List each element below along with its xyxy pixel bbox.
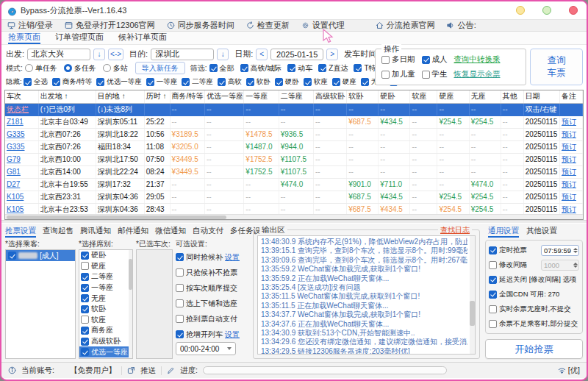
col-header-5[interactable]: 优选一等座: [204, 90, 243, 103]
maximize-button[interactable]: [542, 6, 551, 15]
seat-item-6[interactable]: 软座: [79, 315, 132, 326]
general-checkbox-4[interactable]: 实时余票无座时,不提交: [489, 305, 571, 314]
swap-stations-button[interactable]: <->: [108, 49, 123, 60]
col-header-2[interactable]: 目的地 ↑: [96, 90, 144, 103]
hide-checkbox-7[interactable]: 硬卧: [275, 77, 299, 87]
book-link[interactable]: 预订: [562, 180, 576, 188]
train-link[interactable]: G335: [7, 130, 24, 138]
seat-item-3[interactable]: 一等座: [79, 282, 132, 293]
hide-checkbox-4[interactable]: 二等座: [182, 77, 213, 87]
toolbar-item-1[interactable]: 免登录打开12306官网: [65, 20, 155, 31]
start-grab-button[interactable]: 开始抢票: [485, 339, 583, 359]
query-tickets-button[interactable]: 查询车票: [530, 49, 583, 85]
toolbar-item-2[interactable]: 同步服务器时间: [167, 20, 234, 31]
train-link[interactable]: K105: [7, 205, 24, 213]
minimize-button[interactable]: [516, 6, 525, 15]
ops-checkbox-学生[interactable]: 学生: [422, 69, 448, 79]
col-header-16[interactable]: 备注: [560, 90, 583, 103]
col-header-3[interactable]: 历时 ↑: [144, 90, 170, 103]
scrollbar-thumb[interactable]: [470, 301, 475, 326]
train-link[interactable]: G79: [7, 155, 21, 163]
spin-up[interactable]: [573, 263, 578, 265]
hide-checkbox-5[interactable]: 高软: [218, 77, 242, 87]
hide-checkbox-6[interactable]: 软卧: [246, 77, 270, 87]
main-tab-1[interactable]: 订单管理页面: [55, 32, 104, 44]
official-site-link[interactable]: 分流抢票官网: [376, 20, 435, 31]
toolbar-item-3[interactable]: 检查更新: [246, 20, 290, 31]
seat-item-7[interactable]: 商务座: [79, 325, 132, 336]
spinner-icon[interactable]: [573, 263, 578, 268]
col-header-8[interactable]: 高级软卧: [313, 90, 346, 103]
toolbar-item-0[interactable]: 注销/登录: [7, 20, 53, 31]
increase-train-time-select[interactable]: 00:00-24:00: [176, 342, 236, 355]
col-header-14[interactable]: 其他: [501, 90, 523, 103]
general-checkbox-2[interactable]: 延迟关闭 [修改间隔] 选项: [489, 275, 577, 285]
seat-item-0[interactable]: 硬卧: [79, 250, 132, 261]
general-input-1[interactable]: 1000: [541, 260, 579, 271]
book-link[interactable]: 预订: [562, 168, 576, 176]
date-input[interactable]: 2025-01-15: [270, 49, 323, 60]
train-link[interactable]: G335: [7, 143, 24, 151]
general-tab-0[interactable]: 通用设置: [488, 226, 519, 238]
option-checkbox-2[interactable]: 按车次顺序提交: [176, 283, 237, 293]
option-checkbox-4[interactable]: 抢到票自动支付: [176, 314, 237, 324]
settings-tab-1[interactable]: 查询起售: [43, 226, 74, 238]
book-link[interactable]: 预订: [562, 118, 576, 126]
passenger-item[interactable]: [成人]: [6, 250, 75, 261]
general-checkbox-5[interactable]: 余票不足乘客时,部分提交: [489, 319, 578, 329]
spin-up[interactable]: [573, 248, 578, 250]
to-station-input[interactable]: 深圳北: [151, 49, 214, 60]
settings-tab-4[interactable]: 微信通知: [155, 226, 186, 238]
filter-checkbox-2[interactable]: 动车: [287, 63, 312, 74]
general-checkbox-1[interactable]: 修改间隔: [489, 260, 527, 270]
general-checkbox-0[interactable]: 定时抢票: [489, 246, 527, 255]
import-task-button[interactable]: 导入新任务: [135, 62, 185, 74]
seat-item-4[interactable]: 无座: [79, 293, 132, 304]
filter-checkbox-1[interactable]: 高铁/城际: [240, 63, 282, 74]
col-header-9[interactable]: 软卧: [347, 90, 379, 103]
settings-tab-3[interactable]: 邮件通知: [118, 226, 148, 238]
book-link[interactable]: 预订: [562, 193, 576, 201]
settings-tab-2[interactable]: 腾讯通知: [80, 226, 111, 238]
book-link[interactable]: 预订: [562, 205, 576, 213]
spin-down[interactable]: [573, 266, 578, 268]
hide-checkbox-1[interactable]: 商务/特等: [52, 77, 93, 87]
ops-checkbox-多日期[interactable]: 多日期: [381, 54, 415, 65]
seat-item-1[interactable]: 硬座: [79, 261, 132, 272]
hide-checkbox-2[interactable]: 优选一等座: [96, 77, 142, 87]
hide-checkbox-9[interactable]: 硬座: [332, 77, 356, 87]
date-prev-button[interactable]: <: [256, 49, 268, 60]
general-input-0[interactable]: 07:59:59: [541, 245, 579, 256]
spin-down[interactable]: [573, 251, 578, 253]
option-settings-link[interactable]: 设置: [225, 252, 240, 263]
seat-list-scrollbar[interactable]: [129, 250, 132, 358]
find-log-link[interactable]: 查找日志: [438, 225, 472, 235]
toolbar-item-4[interactable]: 设置代理: [301, 20, 345, 31]
book-link[interactable]: 预订: [562, 130, 576, 138]
hide-checkbox-8[interactable]: 软座: [304, 77, 328, 87]
general-checkbox-3[interactable]: 全国CDN 可用: 270: [489, 290, 559, 299]
scrollbar-thumb[interactable]: [129, 259, 132, 290]
date-next-button[interactable]: >: [326, 49, 338, 60]
main-tab-2[interactable]: 候补订单页面: [118, 32, 167, 44]
col-header-11[interactable]: 软座: [410, 90, 437, 103]
filter-checkbox-3[interactable]: Z直达: [318, 63, 348, 74]
filter-checkbox-0[interactable]: 全部: [209, 63, 234, 74]
ops-checkbox-成人[interactable]: 成人: [422, 54, 448, 65]
log-scrollbar[interactable]: [470, 236, 475, 354]
close-button[interactable]: [569, 6, 578, 15]
train-link[interactable]: G81: [7, 168, 21, 176]
horizontal-scrollbar[interactable]: [5, 214, 583, 219]
seat-item-8[interactable]: 高级软卧: [79, 336, 132, 347]
output-log-list[interactable]: 13:48:30.9 系统内存不足(91%)，降低WebView2内存占用，防止…: [257, 235, 476, 355]
book-link[interactable]: 预订: [562, 155, 576, 163]
settings-tab-0[interactable]: 抢票设置: [5, 226, 36, 238]
col-header-0[interactable]: 车次: [5, 90, 38, 103]
mode-radio-2[interactable]: 多站: [103, 63, 128, 74]
general-tab-1[interactable]: 其他设置: [526, 226, 557, 238]
train-link[interactable]: D27: [7, 180, 20, 188]
book-link[interactable]: 预订: [562, 143, 576, 151]
col-header-4[interactable]: 商务/特等: [170, 90, 204, 103]
col-header-7[interactable]: 二等座: [279, 90, 313, 103]
spinner-icon[interactable]: [573, 248, 578, 253]
